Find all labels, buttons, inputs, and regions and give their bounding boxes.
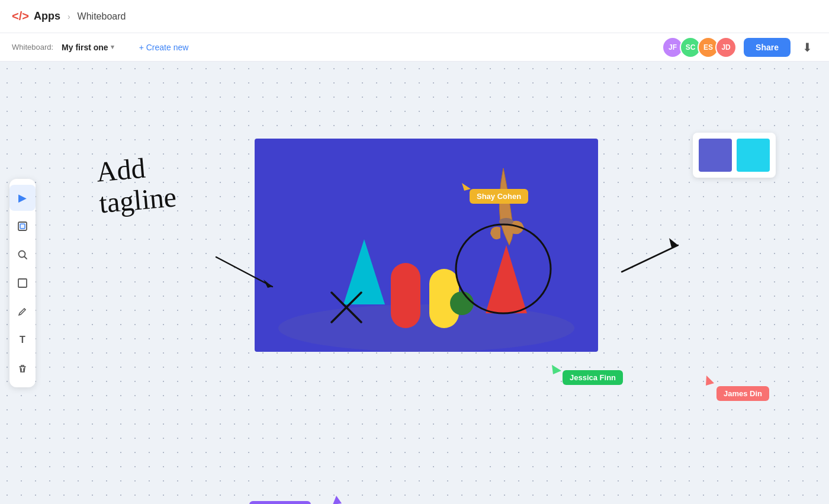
svg-line-20 [622, 245, 678, 272]
share-button[interactable]: Share [744, 38, 791, 57]
svg-line-3 [25, 256, 27, 259]
create-new-button[interactable]: + Create new [133, 40, 195, 55]
nav-whiteboard-label: Whiteboard [78, 11, 126, 22]
toolbar-right: JF SC ES JD Share ⬇ [662, 37, 817, 58]
handwriting-text: Add tagline [95, 150, 178, 220]
cursor-jessica-finn: Jessica Finn [563, 370, 623, 385]
select-tool-button[interactable]: ▶ [9, 185, 36, 211]
nav-logo: </> [12, 9, 29, 23]
download-button[interactable]: ⬇ [798, 38, 817, 57]
avatar-james-din: JD [715, 37, 737, 58]
svg-rect-8 [391, 263, 420, 328]
color-swatches-panel [693, 133, 776, 178]
toolbar-bar: Whiteboard: My first one ▾ + Create new … [0, 33, 829, 62]
cursor-james-din: James Din [716, 386, 769, 401]
nav-apps-label[interactable]: Apps [34, 10, 60, 23]
whiteboard-image [255, 139, 598, 352]
svg-rect-1 [20, 224, 25, 229]
svg-marker-24 [333, 496, 342, 504]
top-nav: </> Apps › Whiteboard [0, 0, 829, 33]
text-tool-button[interactable]: T [9, 327, 36, 353]
whiteboard-dropdown-chevron: ▾ [111, 43, 114, 51]
svg-point-6 [278, 304, 574, 352]
nav-breadcrumb-chevron: › [68, 12, 70, 21]
collaborators-avatars: JF SC ES JD [662, 37, 737, 58]
canvas-area[interactable]: ▶ T Add tagline [0, 62, 829, 504]
svg-marker-21 [669, 238, 678, 248]
current-board-name: My first one [62, 43, 108, 52]
shape-tool-button[interactable] [9, 270, 36, 296]
cursor-shay-cohen: Shay Cohen [470, 189, 528, 204]
delete-tool-button[interactable] [9, 355, 36, 381]
frame-tool-button[interactable] [9, 213, 36, 239]
cursor-erik-spancer: Erik Spancer [249, 501, 311, 504]
whiteboard-prefix: Whiteboard: [12, 43, 53, 52]
svg-marker-25 [706, 375, 714, 386]
svg-point-2 [19, 251, 25, 257]
search-tool-button[interactable] [9, 242, 36, 268]
svg-point-10 [450, 291, 474, 315]
svg-rect-4 [18, 279, 27, 287]
left-tools-panel: ▶ T [9, 179, 36, 387]
logo-icon: </> [12, 9, 29, 23]
cyan-swatch[interactable] [737, 139, 770, 172]
svg-marker-23 [552, 365, 561, 374]
whiteboard-selector[interactable]: My first one ▾ [57, 40, 119, 54]
purple-swatch[interactable] [699, 139, 732, 172]
pen-tool-button[interactable] [9, 298, 36, 325]
